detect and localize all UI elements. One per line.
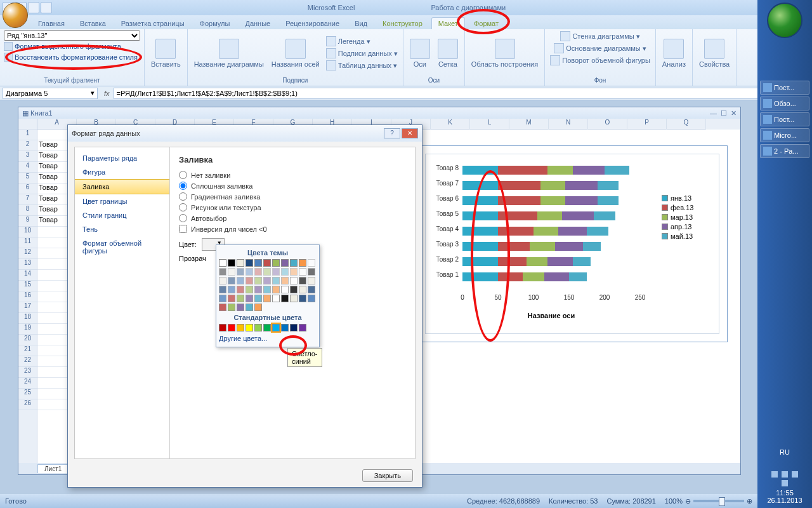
color-swatch[interactable] [246, 304, 253, 311]
dialog-nav-item[interactable]: Цвет границы [75, 194, 169, 208]
tab-formulas[interactable]: Формулы [193, 18, 237, 29]
color-swatch[interactable] [290, 324, 298, 331]
format-selection-button[interactable]: Формат выделенного фрагмента [4, 41, 140, 51]
axes-button[interactable]: Оси [407, 37, 433, 69]
tab-format[interactable]: Формат [468, 18, 505, 29]
taskbar-item[interactable]: Пост... [760, 112, 809, 126]
color-swatch[interactable] [299, 268, 306, 276]
color-swatch[interactable] [254, 259, 262, 267]
color-swatch[interactable] [281, 268, 289, 276]
color-swatch[interactable] [263, 268, 271, 276]
color-swatch[interactable] [272, 286, 280, 293]
color-swatch[interactable] [228, 277, 235, 284]
tray-date[interactable]: 26.11.2013 [757, 497, 812, 504]
color-swatch[interactable] [263, 277, 271, 284]
zoom-control[interactable]: 100%⊖⊕ [665, 497, 752, 505]
color-swatch[interactable] [290, 286, 298, 293]
color-swatch[interactable] [290, 259, 298, 267]
color-swatch[interactable] [272, 324, 280, 331]
color-swatch[interactable] [263, 259, 271, 267]
radio-picture-fill[interactable]: Рисунок или текстура [179, 202, 406, 213]
name-box[interactable]: Диаграмма 5▾ [3, 88, 98, 99]
wb-min-icon[interactable]: — [710, 109, 717, 117]
row-headers[interactable]: 1234567891011121314151617181920212223242… [18, 119, 37, 463]
qat-redo-icon[interactable] [28, 2, 39, 13]
dialog-nav-item[interactable]: Фигура [75, 165, 169, 179]
insert-button[interactable]: Вставить [148, 37, 183, 69]
color-swatch[interactable] [272, 268, 280, 276]
dialog-help-icon[interactable]: ? [384, 128, 400, 138]
wb-close-icon[interactable]: ✕ [731, 109, 737, 117]
tab-view[interactable]: Вид [348, 18, 374, 29]
dialog-nav-item[interactable]: Тень [75, 222, 169, 236]
data-table-button[interactable]: Таблица данных ▾ [325, 60, 399, 71]
office-button[interactable] [3, 3, 28, 28]
color-swatch[interactable] [263, 324, 271, 331]
tab-pagelayout[interactable]: Разметка страницы [115, 18, 191, 29]
embedded-chart[interactable]: Товар 8Товар 7Товар 6Товар 5Товар 4Товар… [417, 145, 728, 342]
taskbar-item[interactable]: 2 - Pa... [760, 144, 809, 158]
radio-auto-fill[interactable]: Автовыбор [179, 213, 406, 224]
color-swatch[interactable] [219, 268, 226, 276]
color-swatch[interactable] [281, 295, 289, 302]
qat-dropdown-icon[interactable] [41, 2, 52, 13]
color-swatch[interactable] [254, 295, 262, 302]
color-swatch[interactable] [228, 304, 235, 311]
chart-wall-button[interactable]: Стенка диаграммы ▾ [559, 30, 641, 42]
color-swatch[interactable] [299, 324, 306, 331]
color-swatch[interactable] [246, 277, 253, 284]
tray-icon[interactable] [792, 471, 798, 478]
color-swatch[interactable] [263, 295, 271, 302]
color-swatch[interactable] [228, 286, 235, 293]
color-swatch[interactable] [272, 277, 280, 284]
dialog-nav-item[interactable]: Стили границ [75, 208, 169, 222]
taskbar-item[interactable]: Обзо... [760, 97, 809, 110]
tray-icon[interactable] [782, 480, 788, 486]
color-swatch[interactable] [219, 304, 226, 311]
color-swatch[interactable] [246, 295, 253, 302]
color-swatch[interactable] [281, 277, 289, 284]
color-swatch[interactable] [254, 286, 262, 293]
color-swatch[interactable] [219, 259, 226, 267]
tab-layout[interactable]: Макет [431, 17, 465, 29]
tab-data[interactable]: Данные [239, 18, 277, 29]
color-swatch[interactable] [299, 259, 306, 267]
rotation-button[interactable]: Поворот объемной фигуры [549, 55, 652, 66]
namebox-dropdown-icon[interactable]: ▾ [91, 89, 95, 97]
color-swatch[interactable] [281, 286, 289, 293]
color-swatch[interactable] [299, 295, 306, 302]
properties-button[interactable]: Свойства [697, 37, 732, 69]
color-swatch[interactable] [237, 295, 244, 302]
color-swatch[interactable] [254, 304, 262, 311]
tray-time[interactable]: 11:55 [757, 489, 812, 497]
color-swatch[interactable] [290, 295, 298, 302]
color-swatch[interactable] [219, 295, 226, 302]
sheet-tab[interactable]: Лист1 [37, 464, 69, 473]
color-swatch[interactable] [263, 286, 271, 293]
color-swatch[interactable] [308, 286, 315, 293]
plot-area-button[interactable]: Область построения [469, 37, 540, 69]
color-swatch[interactable] [237, 268, 244, 276]
color-swatch[interactable] [290, 268, 298, 276]
color-swatch[interactable] [246, 268, 253, 276]
color-swatch[interactable] [281, 259, 289, 267]
color-swatch[interactable] [272, 259, 280, 267]
fx-button[interactable]: fx [100, 90, 114, 97]
color-swatch[interactable] [246, 286, 253, 293]
color-swatch[interactable] [228, 268, 235, 276]
color-swatch[interactable] [237, 324, 244, 331]
color-swatch[interactable] [290, 277, 298, 284]
color-swatch[interactable] [281, 324, 289, 331]
taskbar-item[interactable]: Пост... [760, 81, 809, 95]
tab-design[interactable]: Конструктор [376, 18, 429, 29]
tab-home[interactable]: Главная [32, 18, 71, 29]
color-swatch[interactable] [237, 304, 244, 311]
color-swatch[interactable] [272, 295, 280, 302]
color-swatch[interactable] [228, 324, 235, 331]
analysis-button[interactable]: Анализ [660, 37, 688, 69]
color-swatch[interactable] [254, 324, 262, 331]
color-swatch[interactable] [246, 259, 253, 267]
color-swatch[interactable] [228, 259, 235, 267]
dialog-nav-item[interactable]: Формат объемной фигуры [75, 236, 169, 258]
data-labels-button[interactable]: Подписи данных ▾ [325, 48, 399, 59]
